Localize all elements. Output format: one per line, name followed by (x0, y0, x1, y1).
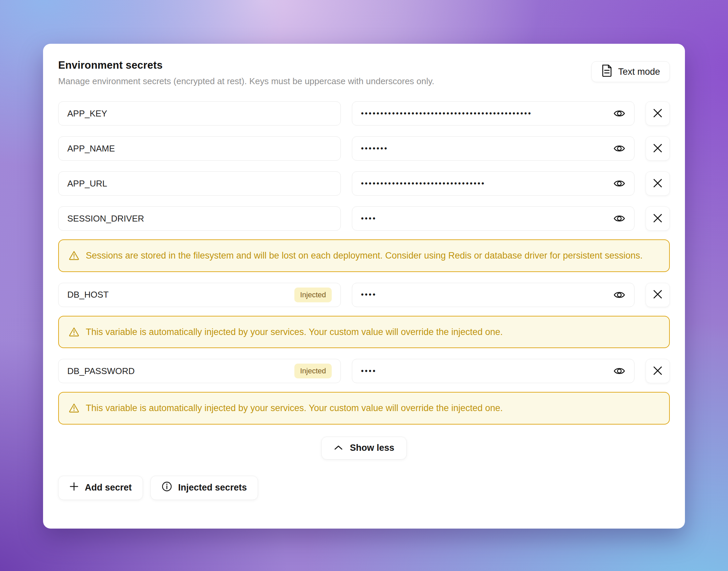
warning-text: Sessions are stored in the filesystem an… (86, 249, 643, 263)
close-icon (653, 289, 663, 300)
secret-row-db-password: DB_PASSWORD Injected •••• (58, 359, 670, 383)
text-mode-label: Text mode (618, 67, 660, 77)
value-input-app-name[interactable]: ••••••• (352, 136, 634, 161)
session-driver-warning: Sessions are stored in the filesystem an… (58, 239, 670, 272)
injected-secrets-button[interactable]: Injected secrets (150, 476, 258, 500)
add-secret-label: Add secret (85, 482, 132, 493)
key-text: APP_URL (67, 178, 107, 189)
environment-secrets-panel: Environment secrets Manage environment s… (43, 44, 685, 529)
secret-row-session-driver: SESSION_DRIVER •••• (58, 206, 670, 231)
key-text: DB_HOST (67, 290, 109, 300)
key-input-app-key[interactable]: APP_KEY (58, 101, 341, 126)
masked-value: •••• (361, 367, 376, 376)
key-input-db-host[interactable]: DB_HOST Injected (58, 283, 341, 307)
eye-icon[interactable] (612, 176, 627, 191)
show-less-container: Show less (58, 437, 670, 460)
key-input-app-url[interactable]: APP_URL (58, 171, 341, 196)
secret-row-db-host: DB_HOST Injected •••• (58, 283, 670, 307)
masked-value: ••••••• (361, 144, 388, 153)
page-title: Environment secrets (58, 59, 670, 71)
eye-icon[interactable] (612, 364, 627, 378)
remove-secret-button[interactable] (646, 136, 670, 161)
warning-icon (69, 401, 79, 414)
show-less-button[interactable]: Show less (321, 437, 407, 460)
warning-icon (69, 325, 79, 338)
chevron-up-icon (334, 443, 343, 453)
close-icon (653, 366, 663, 377)
key-input-app-name[interactable]: APP_NAME (58, 136, 341, 161)
key-input-session-driver[interactable]: SESSION_DRIVER (58, 206, 341, 231)
key-input-db-password[interactable]: DB_PASSWORD Injected (58, 359, 341, 383)
remove-secret-button[interactable] (646, 171, 670, 196)
secret-row-app-key: APP_KEY ••••••••••••••••••••••••••••••••… (58, 101, 670, 126)
masked-value: •••• (361, 290, 376, 299)
text-mode-button[interactable]: Text mode (591, 61, 670, 82)
secrets-form: APP_KEY ••••••••••••••••••••••••••••••••… (58, 101, 670, 425)
db-host-injected-warning: This variable is automatically injected … (58, 316, 670, 348)
secret-row-app-name: APP_NAME ••••••• (58, 136, 670, 161)
masked-value: •••••••••••••••••••••••••••••••• (361, 179, 485, 188)
panel-header: Environment secrets Manage environment s… (58, 59, 670, 87)
plus-icon (69, 482, 79, 494)
close-icon (653, 178, 663, 189)
key-text: APP_NAME (67, 143, 115, 154)
remove-secret-button[interactable] (646, 359, 670, 383)
injected-badge: Injected (294, 288, 332, 302)
masked-value: ••••••••••••••••••••••••••••••••••••••••… (361, 109, 532, 118)
remove-secret-button[interactable] (646, 206, 670, 231)
value-input-db-host[interactable]: •••• (352, 283, 634, 307)
key-text: SESSION_DRIVER (67, 213, 144, 224)
footer-actions: Add secret Injected secrets (58, 476, 670, 500)
eye-icon[interactable] (612, 141, 627, 156)
value-input-db-password[interactable]: •••• (352, 359, 634, 383)
page-subtitle: Manage environment secrets (encrypted at… (58, 76, 670, 87)
show-less-label: Show less (350, 443, 394, 453)
file-text-icon (601, 64, 613, 79)
close-icon (653, 213, 663, 224)
injected-badge: Injected (294, 364, 332, 378)
eye-icon[interactable] (612, 288, 627, 302)
warning-text: This variable is automatically injected … (86, 325, 503, 339)
value-input-app-key[interactable]: ••••••••••••••••••••••••••••••••••••••••… (352, 101, 634, 126)
close-icon (653, 143, 663, 154)
add-secret-button[interactable]: Add secret (58, 476, 143, 500)
eye-icon[interactable] (612, 106, 627, 121)
key-text: APP_KEY (67, 108, 107, 119)
eye-icon[interactable] (612, 211, 627, 226)
key-text: DB_PASSWORD (67, 366, 135, 376)
remove-secret-button[interactable] (646, 101, 670, 126)
masked-value: •••• (361, 214, 376, 223)
close-icon (653, 108, 663, 119)
value-input-app-url[interactable]: •••••••••••••••••••••••••••••••• (352, 171, 634, 196)
warning-text: This variable is automatically injected … (86, 401, 503, 415)
warning-icon (69, 249, 79, 262)
value-input-session-driver[interactable]: •••• (352, 206, 634, 231)
info-icon (161, 481, 172, 494)
injected-secrets-label: Injected secrets (178, 482, 247, 493)
remove-secret-button[interactable] (646, 283, 670, 307)
secret-row-app-url: APP_URL •••••••••••••••••••••••••••••••• (58, 171, 670, 196)
db-password-injected-warning: This variable is automatically injected … (58, 392, 670, 425)
